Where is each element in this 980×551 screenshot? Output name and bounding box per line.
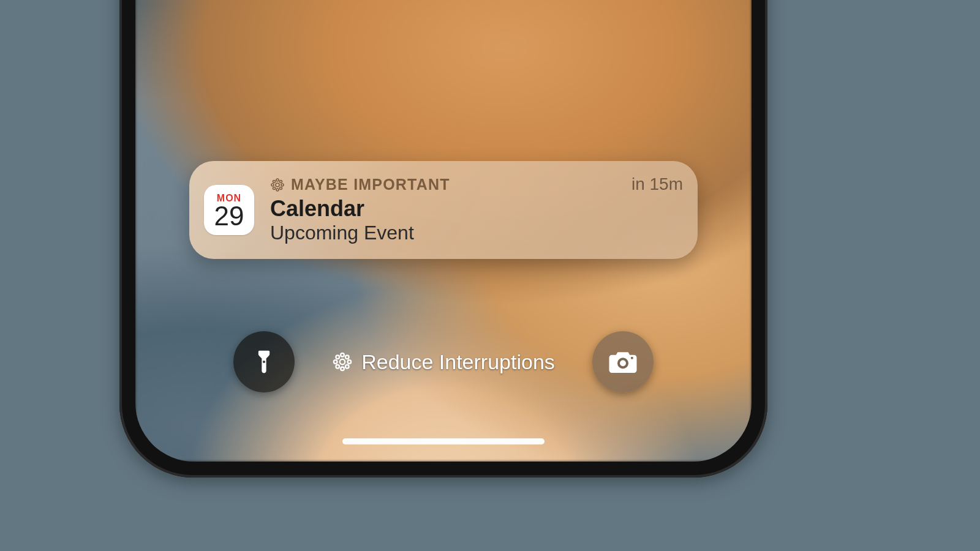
phone-frame: MON 29: [119, 0, 767, 478]
svg-point-8: [280, 187, 282, 189]
svg-point-4: [281, 184, 284, 186]
svg-point-16: [345, 355, 349, 359]
svg-point-3: [271, 184, 274, 186]
notification-app-name: Calendar: [270, 196, 624, 222]
focus-mode-label: Reduce Interruptions: [361, 350, 555, 374]
svg-point-7: [273, 187, 276, 189]
calendar-app-icon: MON 29: [204, 185, 254, 235]
notification-subtitle: Upcoming Event: [270, 222, 624, 244]
stage: MON 29: [0, 0, 980, 551]
svg-point-13: [334, 360, 337, 364]
notification-card[interactable]: MON 29: [189, 161, 698, 259]
home-indicator[interactable]: [342, 438, 545, 444]
notification-body: MAYBE IMPORTANT Calendar Upcoming Event: [270, 176, 624, 244]
svg-point-18: [345, 365, 349, 369]
svg-point-1: [276, 179, 279, 181]
svg-point-21: [631, 357, 633, 359]
svg-point-0: [276, 183, 279, 187]
camera-icon: [606, 345, 639, 378]
flashlight-icon: [251, 348, 277, 375]
svg-point-20: [620, 360, 626, 366]
camera-button[interactable]: [592, 331, 654, 392]
lock-screen: MON 29: [135, 0, 752, 462]
calendar-icon-date: 29: [214, 203, 244, 230]
notification-tag-label: MAYBE IMPORTANT: [291, 176, 450, 193]
focus-mode-pill[interactable]: Reduce Interruptions: [332, 350, 555, 374]
svg-point-10: [340, 359, 345, 365]
svg-point-12: [341, 367, 344, 371]
focus-sparkle-icon: [332, 351, 353, 372]
notification-time: in 15m: [631, 174, 683, 194]
svg-point-17: [336, 365, 340, 369]
sparkle-icon: [270, 178, 285, 192]
svg-point-6: [280, 180, 282, 182]
svg-point-15: [336, 355, 340, 359]
action-row: Reduce Interruptions: [135, 328, 752, 395]
svg-point-5: [273, 180, 276, 182]
svg-point-2: [276, 189, 279, 191]
svg-point-9: [263, 361, 265, 363]
svg-point-14: [348, 360, 352, 364]
notification-tag-row: MAYBE IMPORTANT: [270, 176, 624, 193]
flashlight-button[interactable]: [233, 331, 295, 392]
svg-point-11: [341, 353, 344, 357]
